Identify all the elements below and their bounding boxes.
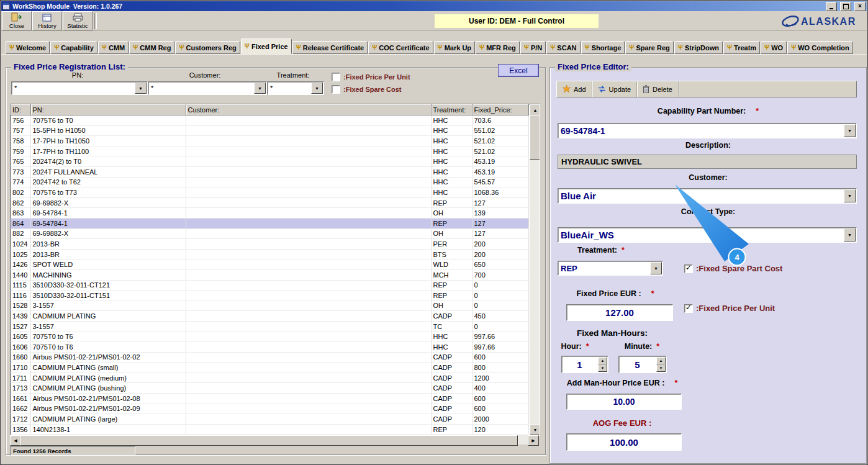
grid-column-header[interactable]: PN: bbox=[30, 104, 186, 115]
contract-type-combo[interactable]: BlueAir_WS ▼ bbox=[558, 227, 857, 243]
scroll-right-icon[interactable]: ▶ bbox=[528, 435, 539, 446]
tab-coc-certificate[interactable]: ΨCOC Certificate bbox=[368, 41, 433, 54]
aog-fee-field[interactable]: 100.00 bbox=[566, 433, 682, 451]
vertical-scrollbar[interactable]: ▲ ▼ bbox=[530, 104, 540, 435]
table-row[interactable]: 75715-5PH to H1050HHC551.02 bbox=[11, 125, 528, 136]
table-row[interactable]: 7567075T6 to T0HHC703.6 bbox=[11, 115, 528, 126]
tab-capability[interactable]: ΨCapability bbox=[50, 41, 97, 54]
delete-button[interactable]: Delete bbox=[637, 81, 679, 97]
update-button[interactable]: Update bbox=[592, 81, 637, 97]
checkbox-icon[interactable] bbox=[684, 304, 693, 313]
grid-column-header[interactable]: Fixed_Price: bbox=[472, 104, 528, 115]
table-row[interactable]: 75917-7PH to TH1100HHC521.02 bbox=[11, 146, 528, 156]
tab-wo-completion[interactable]: ΨWO Completion bbox=[787, 41, 853, 54]
tab-spare-reg[interactable]: ΨSpare Reg bbox=[625, 41, 674, 54]
spin-up-icon[interactable]: ▲ bbox=[656, 357, 666, 364]
treatment-filter-combo[interactable]: * ▼ bbox=[267, 81, 324, 95]
close-window-button[interactable]: × bbox=[854, 2, 866, 11]
add-button[interactable]: Add bbox=[557, 81, 592, 97]
fixed-price-per-unit-checkbox[interactable]: :Fixed Price Per Unit bbox=[684, 304, 775, 313]
grid-column-header[interactable]: Treatment: bbox=[431, 104, 472, 115]
history-button[interactable]: History bbox=[32, 11, 62, 30]
dropdown-arrow-icon[interactable]: ▼ bbox=[844, 124, 856, 137]
table-row[interactable]: 7732024T FULLANNEALHHC453.19 bbox=[11, 166, 528, 177]
tab-treatm[interactable]: ΨTreatm bbox=[723, 41, 760, 54]
statistic-button[interactable]: Statistic bbox=[63, 11, 93, 30]
grid-column-header[interactable]: ID: bbox=[11, 104, 30, 115]
tab-p-n[interactable]: ΨP/N bbox=[520, 41, 546, 54]
tab-mfr-reg[interactable]: ΨMFR Reg bbox=[476, 41, 520, 54]
dropdown-arrow-icon[interactable]: ▼ bbox=[135, 83, 147, 94]
hour-stepper[interactable]: 1 ▲ ▼ bbox=[561, 356, 608, 373]
fixed-price-per-unit-filter-checkbox[interactable]: :Fixed Price Per Unit bbox=[332, 73, 410, 81]
table-row[interactable]: 1426SPOT WELDWLD650 bbox=[11, 260, 528, 270]
minute-stepper[interactable]: 5 ▲ ▼ bbox=[618, 356, 667, 373]
close-module-button[interactable]: Close bbox=[2, 11, 32, 30]
table-row[interactable]: 1712CADMIUM PLATING (large)CADP2000 bbox=[11, 414, 528, 425]
tab-cmm-reg[interactable]: ΨCMM Reg bbox=[129, 41, 174, 54]
table-row[interactable]: 1711CADMIUM PLATING (medium)CADP1200 bbox=[11, 372, 528, 383]
add-man-hour-price-field[interactable]: 10.00 bbox=[566, 394, 682, 410]
table-row[interactable]: 1439CADMIUM PLATINGCADP450 bbox=[11, 311, 528, 322]
checkbox-icon[interactable] bbox=[684, 264, 693, 273]
table-row[interactable]: 16067075T0 to T6HHC997.66 bbox=[11, 342, 528, 353]
table-row[interactable]: 88269-69882-XOH127 bbox=[11, 228, 528, 239]
table-row[interactable]: 86469-54784-1REP127 bbox=[11, 218, 528, 228]
table-row[interactable]: 10242013-BRPER200 bbox=[11, 239, 528, 250]
maximize-button[interactable] bbox=[840, 2, 851, 11]
minimize-button[interactable] bbox=[826, 2, 837, 11]
fixed-spare-cost-filter-checkbox[interactable]: :Fixed Spare Cost bbox=[332, 85, 402, 94]
fixed-spare-part-cost-checkbox[interactable]: :Fixed Spare Part Cost bbox=[684, 264, 782, 273]
pn-filter-combo[interactable]: * ▼ bbox=[11, 81, 148, 95]
table-row[interactable]: 15273-1557TC0 bbox=[11, 321, 528, 332]
horizontal-scrollbar[interactable]: ◀ ▶ bbox=[10, 435, 539, 445]
tab-stripdown[interactable]: ΨStripDown bbox=[674, 41, 723, 54]
tab-shortage[interactable]: ΨShortage bbox=[581, 41, 625, 54]
tab-scan[interactable]: ΨSCAN bbox=[546, 41, 580, 54]
scroll-down-icon[interactable]: ▼ bbox=[530, 424, 540, 435]
table-row[interactable]: 75817-7PH to TH1050HHC521.02 bbox=[11, 136, 528, 147]
table-row[interactable]: 15283-1557OH0 bbox=[11, 300, 528, 311]
spin-up-icon[interactable]: ▲ bbox=[598, 357, 607, 364]
dropdown-arrow-icon[interactable]: ▼ bbox=[311, 83, 323, 94]
table-row[interactable]: 1440MACHININGMCH700 bbox=[11, 269, 528, 280]
horizontal-scroll-thumb[interactable] bbox=[20, 435, 518, 446]
tab-welcome[interactable]: ΨWelcome bbox=[6, 41, 50, 54]
table-row[interactable]: 11153510D330-32-011-CT121REP0 bbox=[11, 280, 528, 291]
table-row[interactable]: 7742024T42 to T62HHC545.57 bbox=[11, 177, 528, 187]
dropdown-arrow-icon[interactable]: ▼ bbox=[844, 228, 856, 242]
table-row[interactable]: 86369-54784-1OH139 bbox=[11, 208, 528, 219]
tab-release-certificate[interactable]: ΨRelease Certificate bbox=[292, 41, 368, 54]
table-row[interactable]: 1661Airbus PMS01-02-21/PMS01-02-08CADP60… bbox=[11, 394, 528, 404]
scroll-up-icon[interactable]: ▲ bbox=[530, 104, 540, 115]
table-row[interactable]: 11163510D330-32-011-CT151REP0 bbox=[11, 291, 528, 301]
excel-button[interactable]: Excel bbox=[498, 64, 539, 77]
table-row[interactable]: 1710CADMIUM PLATING (small)CADP800 bbox=[11, 363, 528, 373]
tab-mark-up[interactable]: ΨMark Up bbox=[434, 41, 476, 54]
dropdown-arrow-icon[interactable]: ▼ bbox=[254, 83, 266, 94]
capability-part-number-combo[interactable]: 69-54784-1 ▼ bbox=[558, 123, 857, 138]
table-row[interactable]: 16057075T0 to T6HHC997.66 bbox=[11, 332, 528, 342]
tab-customers-reg[interactable]: ΨCustomers Reg bbox=[175, 41, 240, 54]
treatment-combo[interactable]: REP ▼ bbox=[558, 261, 663, 276]
table-row[interactable]: 1713CADMIUM PLATING (bushing)CADP400 bbox=[11, 383, 528, 394]
customer-combo[interactable]: Blue Air ▼ bbox=[558, 188, 857, 204]
table-row[interactable]: 1660Airbus PMS01-02-21/PMS01-02-02CADP60… bbox=[11, 352, 528, 363]
table-row[interactable]: 10252013-BRBTS200 bbox=[11, 249, 528, 260]
spin-down-icon[interactable]: ▼ bbox=[598, 364, 607, 372]
grid-column-header[interactable]: Customer: bbox=[186, 104, 431, 115]
dropdown-arrow-icon[interactable]: ▼ bbox=[650, 262, 662, 274]
customer-filter-combo[interactable]: * ▼ bbox=[148, 81, 267, 95]
table-row[interactable]: 7652024T4(2) to T0HHC453.19 bbox=[11, 156, 528, 167]
fixed-price-eur-field[interactable]: 127.00 bbox=[566, 304, 673, 321]
vertical-scroll-thumb[interactable] bbox=[530, 115, 540, 160]
tab-wo[interactable]: ΨWO bbox=[761, 41, 787, 54]
table-row[interactable]: 1356140N2138-1REP120 bbox=[11, 424, 528, 435]
tab-fixed-price[interactable]: ΨFixed Price bbox=[241, 38, 292, 54]
spin-down-icon[interactable]: ▼ bbox=[656, 364, 666, 372]
checkbox-icon[interactable] bbox=[332, 73, 340, 81]
table-row[interactable]: 8027075T6 to T73HHC1068.36 bbox=[11, 187, 528, 198]
dropdown-arrow-icon[interactable]: ▼ bbox=[844, 189, 856, 202]
table-row[interactable]: 1662Airbus PMS01-02-21/PMS01-02-09CADP60… bbox=[11, 404, 528, 414]
checkbox-icon[interactable] bbox=[332, 85, 340, 94]
